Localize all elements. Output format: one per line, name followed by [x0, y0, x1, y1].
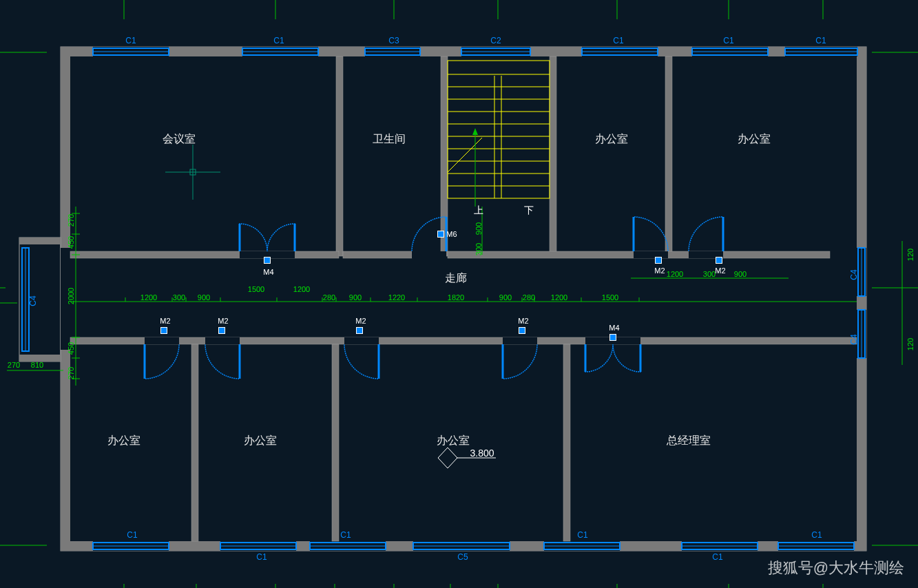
door-m2-b2	[218, 327, 225, 334]
label-manager: 总经理室	[667, 434, 711, 448]
dim-270a: 270	[67, 214, 75, 227]
svg-rect-114	[448, 61, 550, 198]
dim-1200d: 1200	[667, 270, 683, 278]
dim-1820: 1820	[448, 293, 464, 302]
dim-900c: 900	[198, 293, 210, 302]
dim-810: 810	[31, 361, 43, 369]
svg-rect-97	[412, 251, 446, 258]
svg-rect-71	[19, 238, 61, 244]
dim-2000: 2000	[67, 288, 75, 304]
dim-300e: 300	[474, 243, 483, 255]
dim-1220: 1220	[388, 293, 405, 302]
dim-1200b: 1200	[551, 293, 567, 302]
dim-1200c: 1200	[140, 293, 157, 302]
label-c1-1: C1	[125, 36, 136, 45]
label-corridor: 走廊	[445, 271, 467, 286]
door-m2-b4	[519, 327, 525, 334]
label-c1-b1: C1	[127, 530, 137, 540]
dim-270c: 270	[8, 361, 20, 369]
label-m2-t2: M2	[715, 266, 725, 275]
svg-rect-109	[503, 337, 537, 344]
label-m2-b3: M2	[355, 317, 366, 325]
svg-rect-90	[70, 337, 857, 344]
door-m4-a	[264, 257, 271, 264]
svg-rect-99	[634, 251, 668, 258]
svg-rect-88	[343, 251, 412, 258]
doors	[145, 217, 723, 379]
staircase	[448, 61, 550, 207]
dim-300c: 300	[173, 293, 185, 302]
label-elevation: 3.800	[470, 448, 494, 459]
label-m2-b1: M2	[160, 317, 170, 325]
label-c1-4: C1	[723, 36, 733, 45]
label-office-btm-1: 办公室	[107, 434, 140, 448]
label-c1-b3: C1	[340, 530, 351, 540]
svg-rect-105	[205, 337, 240, 344]
label-c4-l: C4	[28, 295, 38, 306]
label-office-btm-2: 办公室	[244, 434, 277, 448]
door-m6	[437, 231, 444, 238]
label-toilet: 卫生间	[373, 132, 406, 147]
door-m2-b3	[356, 327, 363, 334]
label-m6: M6	[446, 230, 457, 238]
door-m2-t1	[655, 257, 662, 264]
dim-1500b: 1500	[602, 293, 618, 302]
svg-rect-103	[145, 337, 179, 344]
label-stair-down: 下	[524, 204, 534, 217]
dim-120b: 120	[906, 338, 915, 350]
label-c2: C2	[490, 36, 501, 45]
label-c1-5: C1	[815, 36, 826, 45]
svg-marker-129	[472, 128, 478, 135]
label-m4-b: M4	[609, 324, 619, 332]
label-stair-up: 上	[474, 204, 483, 217]
dim-270b: 270	[67, 367, 75, 379]
watermark: 搜狐号@大水牛测绘	[768, 558, 904, 578]
dim-120a: 120	[906, 249, 915, 261]
dim-450b: 450	[67, 342, 75, 355]
dim-900a: 900	[349, 293, 362, 302]
dim-450a: 450	[67, 236, 75, 249]
label-c3: C3	[388, 36, 399, 45]
label-c5-b: C5	[457, 552, 468, 562]
dim-900d: 900	[734, 270, 747, 278]
label-office-top-2: 办公室	[738, 132, 771, 147]
svg-rect-83	[336, 56, 343, 256]
dim-1500a: 1500	[248, 285, 264, 293]
label-office-top-1: 办公室	[595, 132, 628, 147]
label-office-btm-3: 办公室	[437, 434, 470, 448]
label-c1-2: C1	[273, 36, 284, 45]
svg-rect-107	[344, 337, 379, 344]
label-meeting: 会议室	[163, 132, 196, 147]
label-c1-b4: C1	[577, 530, 587, 540]
dim-280a: 280	[323, 293, 335, 302]
svg-line-127	[448, 138, 482, 172]
dim-300d: 300	[703, 270, 716, 278]
svg-rect-86	[665, 56, 672, 256]
svg-rect-93	[563, 344, 570, 541]
label-c1-b5: C1	[712, 552, 722, 562]
label-c4-r2: C4	[849, 334, 859, 344]
label-m2-b4: M2	[518, 317, 528, 325]
svg-rect-87	[70, 251, 339, 258]
door-m2-b1	[160, 327, 167, 334]
dim-900e: 900	[474, 222, 483, 235]
svg-rect-27	[857, 47, 866, 551]
label-m2-t1: M2	[654, 266, 665, 275]
svg-rect-92	[332, 344, 339, 541]
dim-280b: 280	[523, 293, 535, 302]
label-c1-3: C1	[613, 36, 623, 45]
label-m4-a: M4	[263, 268, 273, 276]
label-m2-b2: M2	[218, 317, 228, 325]
label-c4-r1: C4	[849, 269, 859, 280]
label-c1-b2: C1	[256, 552, 267, 562]
dim-900b: 900	[499, 293, 512, 302]
door-m2-t2	[716, 257, 722, 264]
label-c1-b6: C1	[811, 530, 822, 540]
door-m4-b	[609, 334, 616, 341]
dim-1200a: 1200	[293, 285, 310, 293]
svg-rect-91	[191, 344, 198, 541]
svg-rect-85	[550, 56, 556, 256]
